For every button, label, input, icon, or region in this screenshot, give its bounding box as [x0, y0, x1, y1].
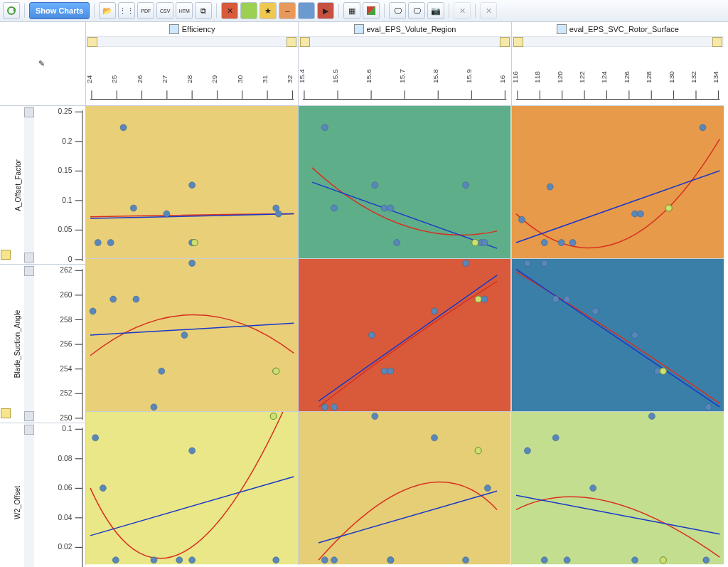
scatter-cell-3[interactable] — [85, 258, 298, 411]
screen2-icon[interactable]: 🖵 — [408, 2, 425, 19]
flag-green-icon[interactable] — [240, 2, 257, 19]
row-header-2: W2_Offset 00.020.040.060.080.1 — [0, 423, 85, 567]
svg-text:130: 130 — [667, 71, 675, 83]
svg-rect-124 — [512, 106, 724, 258]
svg-text:0.25: 0.25 — [58, 107, 72, 115]
svg-point-140 — [133, 296, 139, 302]
svg-text:126: 126 — [623, 71, 631, 83]
svg-point-194 — [485, 485, 491, 492]
svg-point-202 — [589, 485, 596, 492]
svg-point-195 — [476, 448, 482, 455]
grid-icon[interactable]: ▦ — [343, 2, 360, 19]
svg-text:0.02: 0.02 — [58, 544, 72, 551]
row-range-slider[interactable] — [24, 265, 34, 423]
svg-text:27: 27 — [161, 75, 168, 84]
svg-text:15.7: 15.7 — [399, 69, 407, 83]
svg-rect-111 — [299, 106, 510, 258]
star-icon[interactable]: ★ — [259, 2, 277, 19]
svg-point-105 — [189, 182, 196, 189]
scatter-cell-1[interactable] — [298, 105, 510, 258]
row-range-slider[interactable] — [24, 106, 34, 264]
svg-point-199 — [541, 557, 547, 563]
svg-rect-184 — [299, 412, 510, 564]
corner-cell: ✎ — [0, 21, 85, 105]
svg-text:124: 124 — [600, 71, 608, 83]
svg-point-188 — [372, 413, 378, 420]
htm-export-icon[interactable]: HTM — [176, 2, 193, 19]
svg-text:0: 0 — [68, 255, 73, 263]
chart-type-icon — [354, 24, 364, 34]
svg-point-206 — [702, 557, 709, 563]
svg-text:29: 29 — [211, 75, 219, 84]
minus-icon[interactable]: – — [279, 2, 296, 19]
svg-point-182 — [273, 557, 279, 563]
csv-export-icon[interactable]: CSV — [156, 2, 173, 19]
scatter-cell-7[interactable] — [298, 411, 510, 564]
svg-point-201 — [564, 557, 570, 563]
copy-icon[interactable]: ⧉ — [195, 2, 212, 19]
svg-point-192 — [463, 557, 469, 563]
svg-point-102 — [120, 124, 127, 131]
svg-point-100 — [95, 240, 101, 246]
row-label: W2_Offset — [14, 486, 22, 519]
svg-text:116: 116 — [512, 71, 519, 83]
svg-text:260: 260 — [60, 291, 72, 299]
row-label: Blade_Suction_Angle — [14, 309, 22, 378]
close1-icon[interactable]: ✕ — [454, 2, 471, 19]
chart-type-icon — [1, 250, 11, 260]
svg-point-126 — [518, 216, 525, 223]
scatter-cell-2[interactable] — [511, 105, 724, 258]
svg-point-135 — [665, 205, 672, 211]
camera-icon[interactable]: 📷 — [427, 2, 444, 19]
pdf-export-icon[interactable]: PDF — [137, 2, 154, 19]
svg-point-178 — [176, 557, 183, 563]
refresh-button[interactable] — [3, 2, 20, 19]
svg-point-113 — [322, 124, 328, 131]
svg-text:134: 134 — [712, 71, 719, 83]
scatter-cell-6[interactable] — [85, 411, 298, 564]
col-range-slider[interactable] — [512, 37, 724, 47]
svg-text:25: 25 — [110, 75, 118, 84]
svg-point-174 — [92, 435, 99, 441]
svg-point-177 — [151, 557, 157, 563]
screen1-icon[interactable]: 🖵 — [389, 2, 406, 19]
scatter-cell-4[interactable] — [298, 258, 510, 411]
folder-open-icon[interactable]: 📂 — [99, 2, 116, 19]
row-range-slider[interactable] — [24, 423, 34, 567]
row-axis: 00.020.040.060.080.1 — [34, 423, 85, 567]
tag-red-icon[interactable]: ▶ — [317, 2, 334, 19]
svg-point-144 — [189, 260, 196, 267]
svg-text:122: 122 — [578, 71, 586, 83]
svg-point-198 — [524, 448, 530, 455]
svg-text:0.05: 0.05 — [58, 226, 72, 233]
scatter-cell-5[interactable] — [511, 258, 724, 411]
close2-icon[interactable]: ✕ — [480, 2, 497, 19]
scatter-icon[interactable]: ⋮⋮ — [118, 2, 135, 19]
svg-point-156 — [463, 260, 469, 267]
svg-point-204 — [648, 413, 655, 420]
edit-icon[interactable]: ✎ — [38, 59, 47, 68]
show-charts-button[interactable]: Show Charts — [29, 2, 90, 19]
chart-type-icon — [1, 408, 11, 418]
scatter-cell-8[interactable] — [511, 411, 724, 564]
svg-point-191 — [432, 435, 438, 441]
svg-point-164 — [552, 296, 559, 302]
flag-red-icon[interactable]: ✕ — [221, 2, 238, 19]
svg-point-116 — [381, 205, 387, 211]
svg-point-183 — [270, 413, 277, 420]
tag-blue-icon[interactable] — [298, 2, 315, 19]
scatter-cell-0[interactable] — [85, 105, 298, 258]
col-axis: 242526272829303132 — [86, 47, 298, 105]
overlay-icon[interactable] — [363, 2, 380, 19]
svg-point-159 — [476, 296, 482, 302]
svg-point-139 — [110, 296, 117, 302]
svg-point-131 — [631, 211, 638, 217]
svg-text:132: 132 — [690, 71, 697, 83]
svg-point-108 — [273, 205, 279, 211]
svg-point-190 — [387, 557, 394, 563]
col-range-slider[interactable] — [86, 37, 298, 47]
svg-text:15.4: 15.4 — [299, 69, 306, 83]
svg-point-166 — [592, 308, 599, 314]
col-range-slider[interactable] — [299, 37, 510, 47]
svg-text:0.1: 0.1 — [62, 425, 73, 433]
